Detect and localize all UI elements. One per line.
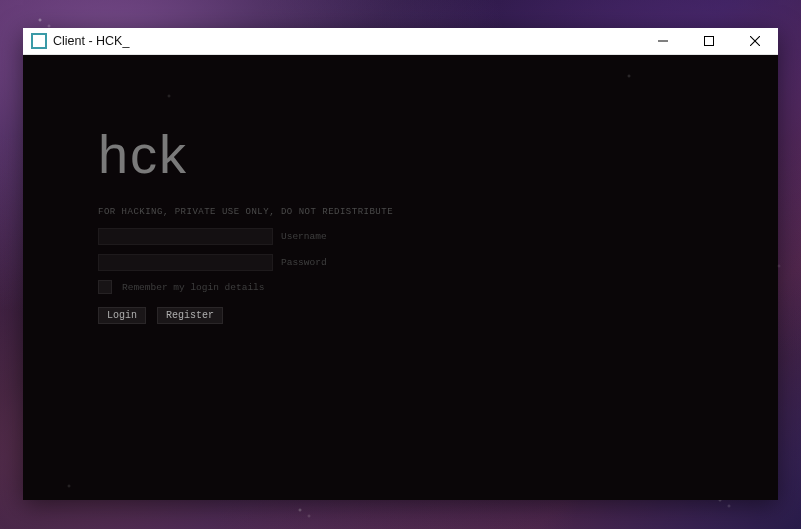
tagline: FOR HACKING, PRIVATE USE ONLY, DO NOT RE…: [98, 207, 393, 217]
remember-checkbox[interactable]: [98, 280, 112, 294]
close-icon: [750, 36, 760, 46]
window-controls: [640, 28, 778, 54]
maximize-icon: [704, 36, 714, 46]
minimize-icon: [658, 36, 668, 46]
titlebar[interactable]: Client - HCK_: [23, 28, 778, 55]
minimize-button[interactable]: [640, 28, 686, 54]
window-title: Client - HCK_: [53, 34, 129, 48]
app-icon: [31, 33, 47, 49]
close-button[interactable]: [732, 28, 778, 54]
app-logo: hck: [98, 127, 393, 181]
maximize-button[interactable]: [686, 28, 732, 54]
app-window: Client - HCK_ hck FOR HACKING, PRIVATE U…: [23, 28, 778, 500]
remember-label: Remember my login details: [122, 282, 265, 293]
password-input[interactable]: [98, 254, 273, 271]
login-panel: hck FOR HACKING, PRIVATE USE ONLY, DO NO…: [98, 127, 393, 324]
remember-row: Remember my login details: [98, 280, 393, 294]
register-button[interactable]: Register: [157, 307, 223, 324]
username-row: Username: [98, 228, 393, 245]
password-label: Password: [281, 257, 327, 268]
username-label: Username: [281, 231, 327, 242]
login-button[interactable]: Login: [98, 307, 146, 324]
svg-rect-0: [705, 37, 714, 46]
button-row: Login Register: [98, 307, 393, 324]
password-row: Password: [98, 254, 393, 271]
username-input[interactable]: [98, 228, 273, 245]
client-area: hck FOR HACKING, PRIVATE USE ONLY, DO NO…: [23, 55, 778, 500]
